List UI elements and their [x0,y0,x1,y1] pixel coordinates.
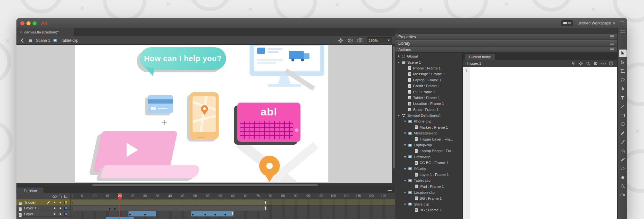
timeline-frame-span[interactable] [128,211,156,216]
actions-tree-item[interactable]: Credit : Frame 1 [395,83,462,89]
layer-outline-color-swatch[interactable] [64,201,67,204]
library-panel-header[interactable]: Library [395,40,617,46]
show-hide-layers-icon[interactable] [52,195,57,198]
multi-frame-icon[interactable] [357,38,363,43]
zoom-window-button[interactable] [33,21,37,25]
actions-tree-item[interactable]: iPad : Frame 1 [395,184,462,189]
timeline-frame-span[interactable] [191,211,234,216]
timeline-layer-row[interactable]: Layer... [16,211,71,217]
actions-tree-item[interactable]: Location-clip [395,189,462,195]
onion-skin-icon[interactable] [347,38,353,43]
actions-tree-item[interactable]: Stars : Frame 1 [395,107,462,113]
timeline-frame-span[interactable] [71,205,267,211]
timeline-layer-row[interactable] [16,217,71,219]
actions-tree-item[interactable]: Credit-clip [395,154,462,160]
minimize-window-button[interactable] [26,21,31,25]
horizontal-scrollbar-thumb[interactable] [92,184,318,186]
lock-layers-icon[interactable] [59,196,62,198]
disclosure-collapsed-icon[interactable] [397,55,401,58]
actions-tree-item[interactable]: Scene 1 [395,59,462,65]
vertical-scrollbar-thumb[interactable] [393,46,395,169]
breadcrumb-symbol[interactable]: Tablet-clip [53,38,78,43]
actions-tree-item[interactable]: BG : Frame 1 [395,207,462,213]
disclosure-expanded-icon[interactable] [404,179,407,182]
disclosure-expanded-icon[interactable] [404,167,407,170]
lasso-tool[interactable] [619,76,627,84]
playhead-line[interactable] [119,199,120,219]
disclosure-expanded-icon[interactable] [404,155,407,159]
properties-panel-header[interactable]: Properties [395,34,617,40]
timeline-layer-row[interactable]: Layer 15 [16,205,71,211]
actions-tree-item[interactable]: Laptop-clip [395,142,462,148]
actions-tree-item[interactable]: Tablet-clip [395,178,462,183]
actions-tree-item[interactable]: Messages-clip [395,130,462,136]
actions-tree-item[interactable]: Layer 1 : Frame 1 [395,172,462,178]
timeline-frames-area[interactable]: 1510152025303540455055606570758085909510… [71,193,395,219]
actions-tree-item[interactable]: Location : Frame 1 [395,101,462,106]
actions-tree-item[interactable]: CC BG : Frame 1 [395,160,462,166]
timeline-menu-icon[interactable] [388,189,392,192]
eraser-tool[interactable] [619,165,627,172]
line-tool[interactable] [619,103,627,110]
hand-tool[interactable] [619,173,627,181]
document-tab[interactable]: × canvas.fla (Custom)* [16,28,74,36]
find-icon[interactable] [586,61,590,66]
layer-visibility-dot[interactable] [54,207,55,209]
pasteboard[interactable]: How can I help you? [16,45,395,183]
disclosure-expanded-icon[interactable] [404,143,407,147]
brush-tool[interactable] [619,138,627,146]
layer-outline-color-swatch[interactable] [64,213,67,215]
actions-tree-item[interactable]: Marker : Frame 1 [395,124,462,130]
workspace-switcher[interactable]: Untitled Workspace [577,21,615,25]
layer-lock-dot[interactable] [60,213,61,215]
actions-tree-item[interactable]: Trigger Layer : Fra... [395,136,462,142]
titlebar-menu-icon[interactable] [620,22,624,25]
layer-lock-dot[interactable] [60,207,61,209]
layer-lock-dot[interactable] [60,202,61,203]
actions-tree-item[interactable]: Tablet : Frame 1 [395,95,462,101]
panel-menu-icon[interactable] [610,35,614,38]
text-tool[interactable] [619,94,627,102]
actions-tree-item[interactable]: Phone-clip [395,118,462,124]
center-frame-icon[interactable] [338,38,344,43]
tools-menu-icon[interactable] [620,31,625,34]
back-arrow-icon[interactable] [20,38,25,43]
layer-outline-color-swatch[interactable] [64,207,67,210]
disclosure-expanded-icon[interactable] [404,120,407,123]
subselection-tool[interactable] [619,59,627,66]
disclosure-expanded-icon[interactable] [404,132,407,135]
disclosure-expanded-icon[interactable] [404,203,407,206]
pencil-tool[interactable] [619,129,627,137]
actions-tree-item[interactable]: PC : Frame 1 [395,89,462,95]
code-snippets-icon[interactable]: </> [601,61,606,66]
actions-tree-item[interactable]: BG : Frame 1 [395,195,462,201]
oval-tool[interactable] [619,120,627,128]
actions-panel-header[interactable]: Actions [395,47,617,53]
actions-tree-item[interactable]: Laptop : Frame 1 [395,77,462,83]
free-transform-tool[interactable] [619,67,627,75]
vertical-scrollbar[interactable] [392,45,395,183]
close-tab-icon[interactable]: × [20,30,22,34]
camera-tool[interactable] [619,191,627,199]
pin-icon[interactable] [571,61,575,66]
breadcrumb-scene[interactable]: Scene 1 [29,38,50,43]
timeline-tab[interactable]: Timeline [17,187,43,193]
pen-tool[interactable] [619,85,627,93]
layer-visibility-dot[interactable] [54,202,55,203]
current-frame-tab[interactable]: Current frame [465,54,495,60]
actions-tree-item[interactable]: Phone : Frame 1 [395,65,462,71]
actions-tree-item[interactable]: Stars-clip [395,201,462,207]
script-editor-area[interactable]: 1 [463,67,617,219]
disclosure-expanded-icon[interactable] [397,61,401,64]
panel-menu-icon[interactable] [610,48,614,51]
disclosure-expanded-icon[interactable] [404,191,407,194]
zoom-level-dropdown[interactable]: 150% [367,37,392,43]
selection-tool[interactable] [619,50,627,57]
outline-layers-icon[interactable] [64,195,67,198]
titlebar-badge-icon[interactable] [561,20,573,26]
rectangle-tool[interactable] [619,112,627,119]
eyedropper-tool[interactable] [619,156,627,163]
actions-tree-item[interactable]: Global [395,53,462,59]
layer-visibility-dot[interactable] [54,213,55,215]
actions-tree-item[interactable]: PC-clip [395,166,462,171]
